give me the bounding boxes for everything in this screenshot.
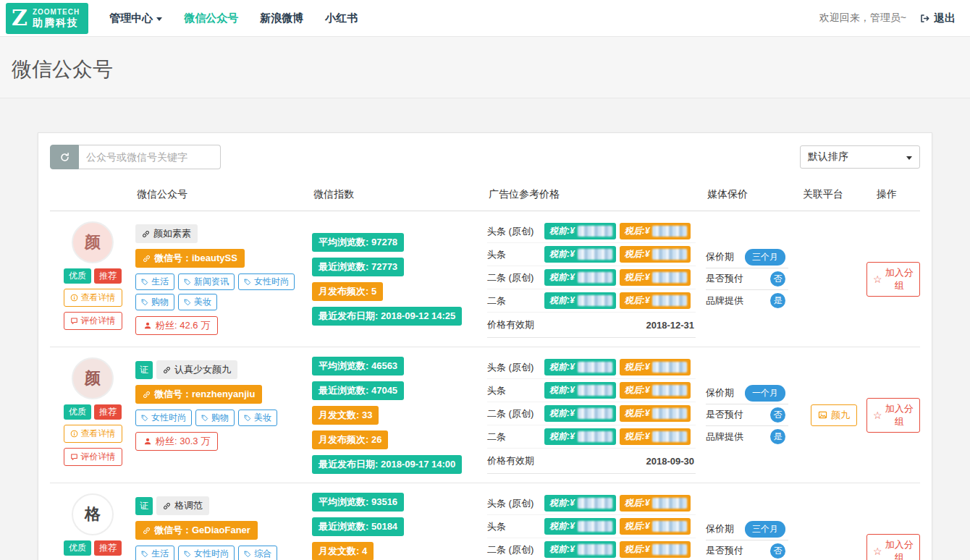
- account-profile-cell: 格优质推荐查看详情评价详情: [50, 492, 135, 560]
- price-before-tax-badge: 税前:¥: [544, 246, 616, 263]
- view-detail-button[interactable]: 查看详情: [64, 289, 122, 307]
- price-slot-label: 二条 (原创): [487, 543, 541, 556]
- blurred-price-value: [578, 408, 612, 419]
- ad-price-row: 头条 (原创)税前:¥税后:¥: [487, 492, 696, 515]
- price-before-tax-badge: 税前:¥: [544, 269, 616, 286]
- account-profile-cell: 颜优质推荐查看详情评价详情: [50, 356, 135, 474]
- price-before-tax-badge: 税前:¥: [544, 541, 616, 558]
- brand-logo[interactable]: Z ZOOMTECH 助腾科技: [6, 3, 88, 34]
- tag-icon: [184, 279, 191, 286]
- category-tag[interactable]: 购物: [135, 294, 174, 310]
- ad-price-row: 二条税前:¥税后:¥: [487, 289, 696, 313]
- action-cell: ☆加入分组: [866, 220, 920, 338]
- category-tag[interactable]: 综合: [238, 546, 277, 560]
- stat-badge: 月发布频次: 26: [312, 430, 388, 449]
- category-tag[interactable]: 生活: [135, 273, 174, 290]
- linked-platform-badge[interactable]: 颜九: [811, 404, 857, 426]
- account-name-badge[interactable]: 颜如素素: [135, 224, 198, 243]
- nav-item-admin-center[interactable]: 管理中心: [98, 12, 173, 25]
- category-tag[interactable]: 女性时尚: [178, 546, 235, 560]
- account-name-badge[interactable]: 格调范: [156, 496, 209, 515]
- review-detail-button[interactable]: 评价详情: [64, 448, 122, 466]
- nav-item-xiaohongshu[interactable]: 小红书: [314, 12, 368, 25]
- action-cell: ☆加入分组: [866, 356, 920, 474]
- wechat-id-badge: 微信号：ibeautySS: [135, 249, 245, 268]
- media-guarantee-row: 是否预付否: [706, 404, 788, 426]
- nav-item-weibo[interactable]: 新浪微博: [249, 12, 314, 25]
- tag-icon: [184, 551, 191, 558]
- ad-price-row: 头条 (原创)税前:¥税后:¥: [487, 356, 696, 379]
- refresh-button[interactable]: [50, 145, 79, 169]
- add-to-group-button[interactable]: ☆加入分组: [866, 534, 920, 560]
- stat-badge: 月发文数: 4: [312, 542, 374, 560]
- search-input[interactable]: [79, 145, 221, 169]
- review-detail-button[interactable]: 评价详情: [64, 312, 122, 330]
- category-tags: 生活女性时尚综合美妆: [135, 546, 300, 560]
- add-to-group-button[interactable]: ☆加入分组: [866, 262, 920, 297]
- blurred-price-value: [578, 385, 612, 396]
- category-tag[interactable]: 购物: [195, 410, 235, 426]
- users-icon: [143, 321, 152, 330]
- price-after-tax-badge: 税后:¥: [620, 382, 691, 399]
- top-navbar: Z ZOOMTECH 助腾科技 管理中心 微信公众号 新浪微博 小红书 欢迎回来…: [0, 0, 970, 37]
- avatar: 格: [72, 493, 114, 535]
- price-slot-label: 头条: [487, 248, 541, 261]
- price-validity-row: 价格有效期2018-09-30: [487, 449, 696, 474]
- price-before-tax-badge: 税前:¥: [544, 518, 616, 535]
- category-tag[interactable]: 美妆: [238, 410, 277, 426]
- stat-badge: 平均浏览数: 46563: [312, 357, 404, 376]
- sort-dropdown[interactable]: 默认排序: [800, 145, 920, 169]
- price-before-tax-badge: 税前:¥: [544, 292, 616, 309]
- ad-price-row: 头条税前:¥税后:¥: [487, 515, 696, 538]
- media-guarantee-row: 保价期三个月: [706, 519, 788, 540]
- column-header-account: 微信公众号: [135, 188, 312, 201]
- blurred-price-value: [652, 362, 687, 373]
- brand-name-en: ZOOMTECH: [33, 8, 80, 17]
- logout-button[interactable]: 退出: [919, 12, 956, 25]
- blurred-price-value: [578, 226, 612, 237]
- nav-item-wechat[interactable]: 微信公众号: [173, 12, 249, 25]
- media-guarantee-row: 保价期一个月: [706, 383, 788, 404]
- stat-badge: 最近发布日期: 2018-09-17 14:00: [312, 455, 462, 474]
- category-tag[interactable]: 女性时尚: [135, 410, 192, 426]
- media-guarantee-value: 是: [770, 293, 785, 308]
- add-to-group-button[interactable]: ☆加入分组: [866, 398, 920, 433]
- table-row: 格优质推荐查看详情评价详情证格调范微信号：GeDiaoFaner生活女性时尚综合…: [50, 483, 920, 560]
- price-slot-label: 头条 (原创): [487, 361, 541, 374]
- price-slot-label: 二条: [487, 294, 541, 307]
- linked-platform-cell: [801, 220, 866, 338]
- category-tag[interactable]: 新闻资讯: [178, 273, 235, 290]
- blurred-price-value: [652, 408, 687, 419]
- price-validity-row: 价格有效期2018-12-31: [487, 313, 696, 338]
- logo-z-mark: Z: [12, 7, 28, 29]
- blurred-price-value: [652, 544, 687, 555]
- price-before-tax-badge: 税前:¥: [544, 223, 616, 239]
- ad-price-cell: 头条 (原创)税前:¥税后:¥头条税前:¥税后:¥二条 (原创)税前:¥税后:¥…: [487, 220, 706, 338]
- blurred-price-value: [578, 272, 612, 283]
- column-header-profile: [50, 188, 135, 201]
- price-after-tax-badge: 税后:¥: [620, 269, 691, 286]
- tag-icon: [141, 551, 148, 558]
- media-guarantee-value: 否: [770, 407, 785, 423]
- linked-platform-cell: [801, 492, 866, 560]
- column-header-action: 操作: [866, 188, 920, 201]
- media-guarantee-cell: 保价期三个月是否预付否品牌提供是: [706, 492, 801, 560]
- chevron-down-icon: [156, 17, 162, 21]
- account-info-cell: 证认真少女颜九微信号：renzhenyanjiu女性时尚购物美妆粉丝: 30.3…: [135, 356, 312, 474]
- media-guarantee-label: 保价期: [706, 386, 734, 399]
- category-tag[interactable]: 美妆: [178, 294, 217, 310]
- view-detail-button[interactable]: 查看详情: [64, 425, 122, 443]
- price-before-tax-badge: 税前:¥: [544, 359, 616, 376]
- ad-price-row: 二条 (原创)税前:¥税后:¥: [487, 538, 696, 560]
- refresh-icon: [59, 152, 70, 163]
- stat-badge: 月发文数: 33: [312, 406, 379, 425]
- blurred-price-value: [652, 385, 687, 396]
- tag-icon: [244, 551, 251, 558]
- category-tag[interactable]: 女性时尚: [238, 273, 295, 290]
- wechat-id-badge: 微信号：GeDiaoFaner: [135, 521, 258, 540]
- wechat-index-cell: 平均浏览数: 46563最近浏览数: 47045月发文数: 33月发布频次: 2…: [312, 356, 487, 474]
- account-name-badge[interactable]: 认真少女颜九: [156, 360, 237, 379]
- quality-badge: 优质: [64, 540, 91, 556]
- blurred-price-value: [578, 295, 612, 306]
- category-tag[interactable]: 生活: [135, 546, 174, 560]
